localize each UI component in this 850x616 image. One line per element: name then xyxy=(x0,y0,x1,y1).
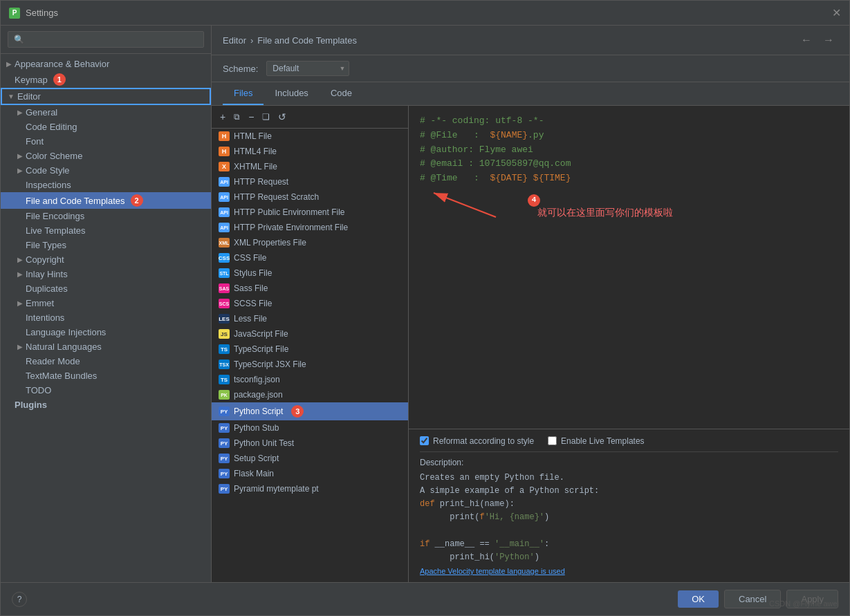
list-item[interactable]: H HTML File xyxy=(212,129,408,144)
sidebar-item-label: Code Editing xyxy=(26,122,77,132)
sidebar-item-keymap[interactable]: Keymap 1 xyxy=(1,71,211,88)
list-item[interactable]: JS JavaScript File xyxy=(212,326,408,342)
titlebar-left: P Settings xyxy=(9,8,58,19)
sidebar-item-inspections[interactable]: Inspections xyxy=(1,178,211,192)
sidebar-item-natural-languages[interactable]: ▶ Natural Languages xyxy=(1,339,211,354)
sidebar-item-editor[interactable]: ▼ Editor xyxy=(1,88,211,105)
sidebar-item-live-templates[interactable]: Live Templates xyxy=(1,223,211,238)
sidebar-item-todo[interactable]: TODO xyxy=(1,383,211,398)
scheme-selector[interactable]: Default Project xyxy=(266,61,349,76)
string-val: 'Hi, {name}' xyxy=(485,512,544,522)
remove-template-button[interactable]: − xyxy=(246,110,257,124)
sidebar-item-duplicates[interactable]: Duplicates xyxy=(1,281,211,296)
titlebar: P Settings ✕ xyxy=(1,1,849,26)
list-item[interactable]: X XHTML File xyxy=(212,159,408,174)
add-template-button[interactable]: + xyxy=(217,110,228,124)
badge-1: 1 xyxy=(53,73,66,86)
sidebar-item-code-style[interactable]: ▶ Code Style xyxy=(1,163,211,178)
file-item-label: package.json xyxy=(234,390,283,400)
file-item-label: HTTP Request xyxy=(234,177,288,187)
list-item[interactable]: SAS Sass File xyxy=(212,281,408,296)
close-icon[interactable]: ✕ xyxy=(832,6,841,19)
list-item[interactable]: STL Stylus File xyxy=(212,265,408,281)
list-item[interactable]: CSS CSS File xyxy=(212,250,408,265)
sidebar-item-label: Duplicates xyxy=(26,283,68,294)
reformat-checkbox-label[interactable]: Reformat according to style xyxy=(420,436,534,446)
expand-icon: ▶ xyxy=(6,60,12,68)
live-templates-label: Enable Live Templates xyxy=(561,436,645,446)
list-item-python-script[interactable]: PY Python Script 3 xyxy=(212,402,408,420)
string-python: 'Python' xyxy=(495,552,535,562)
file-icon: SCS xyxy=(219,299,230,308)
help-button[interactable]: ? xyxy=(12,592,27,607)
tab-includes[interactable]: Includes xyxy=(264,82,319,105)
sidebar-item-language-injections[interactable]: Language Injections xyxy=(1,325,211,339)
sidebar-item-intentions[interactable]: Intentions xyxy=(1,310,211,325)
file-icon: LES xyxy=(219,314,230,324)
file-item-label: HTML4 File xyxy=(234,147,277,156)
duplicate-template-button[interactable]: ❏ xyxy=(259,111,272,123)
file-icon: TS xyxy=(219,344,230,354)
list-item[interactable]: PK package.json xyxy=(212,387,408,402)
list-item[interactable]: PY Python Unit Test xyxy=(212,436,408,451)
sidebar-item-code-editing[interactable]: Code Editing xyxy=(1,120,211,134)
file-list: H HTML File H HTML4 File X XHTML File xyxy=(212,129,408,582)
file-item-label: Python Script xyxy=(234,407,283,416)
file-panel: + ⧉ − ❏ ↺ H HTML File H HTML4 File xyxy=(212,106,409,582)
sidebar-item-label: Code Style xyxy=(26,165,70,176)
list-item[interactable]: TSX TypeScript JSX File xyxy=(212,357,408,372)
sidebar-item-textmate-bundles[interactable]: TextMate Bundles xyxy=(1,368,211,383)
sidebar-item-emmet[interactable]: ▶ Emmet xyxy=(1,296,211,310)
list-item[interactable]: API HTTP Public Environment File xyxy=(212,205,408,220)
list-item[interactable]: SCS SCSS File xyxy=(212,296,408,311)
list-item[interactable]: TS tsconfig.json xyxy=(212,372,408,387)
sidebar-item-file-encodings[interactable]: File Encodings xyxy=(1,209,211,223)
code-editor[interactable]: # -*- coding: utf-8 -*- # @File : ${NAME… xyxy=(409,106,849,429)
checkbox-row: Reformat according to style Enable Live … xyxy=(420,436,838,446)
ok-button[interactable]: OK xyxy=(678,590,719,608)
sidebar-item-copyright[interactable]: ▶ Copyright xyxy=(1,252,211,267)
sidebar-item-label: Color Scheme xyxy=(26,151,82,161)
sidebar-item-appearance[interactable]: ▶ Appearance & Behavior xyxy=(1,57,211,71)
list-item[interactable]: API HTTP Request xyxy=(212,174,408,189)
live-templates-checkbox-label[interactable]: Enable Live Templates xyxy=(548,436,645,446)
editor-panel: # -*- coding: utf-8 -*- # @File : ${NAME… xyxy=(409,106,849,582)
list-item[interactable]: LES Less File xyxy=(212,311,408,326)
copy-template-button[interactable]: ⧉ xyxy=(231,111,243,123)
reformat-checkbox[interactable] xyxy=(420,436,429,445)
code-comment: .py xyxy=(528,130,544,140)
scheme-select[interactable]: Default Project xyxy=(266,61,349,76)
list-item[interactable]: PY Pyramid mytemplate pt xyxy=(212,481,408,496)
badge-4-container: 4 xyxy=(524,193,540,207)
list-item[interactable]: API HTTP Request Scratch xyxy=(212,189,408,205)
velocity-link[interactable]: Apache Velocity template language is use… xyxy=(420,567,565,575)
nav-forward-button[interactable]: → xyxy=(819,32,838,48)
keyword-def: def xyxy=(420,499,440,509)
list-item[interactable]: API HTTP Private Environment File xyxy=(212,220,408,235)
list-item[interactable]: XML XML Properties File xyxy=(212,235,408,250)
live-templates-checkbox[interactable] xyxy=(548,436,557,445)
list-item[interactable]: PY Setup Script xyxy=(212,451,408,466)
list-item[interactable]: PY Python Stub xyxy=(212,420,408,436)
file-icon: CSS xyxy=(219,253,230,263)
file-icon: TS xyxy=(219,375,230,384)
sidebar-item-color-scheme[interactable]: ▶ Color Scheme xyxy=(1,149,211,163)
sidebar-item-font[interactable]: Font xyxy=(1,134,211,149)
sidebar-item-file-types[interactable]: File Types xyxy=(1,238,211,252)
list-item[interactable]: PY Flask Main xyxy=(212,466,408,481)
sidebar-item-reader-mode[interactable]: Reader Mode xyxy=(1,354,211,368)
search-input[interactable] xyxy=(8,31,204,48)
sidebar-item-label: Editor xyxy=(17,91,41,102)
nav-back-button[interactable]: ← xyxy=(797,32,816,48)
sidebar-item-inlay-hints[interactable]: ▶ Inlay Hints xyxy=(1,267,211,281)
tab-code[interactable]: Code xyxy=(320,82,363,105)
sidebar-item-label: Live Templates xyxy=(26,225,85,236)
sidebar-item-file-code-templates[interactable]: File and Code Templates 2 xyxy=(1,192,211,209)
file-icon: PY xyxy=(219,438,230,448)
list-item[interactable]: TS TypeScript File xyxy=(212,342,408,357)
list-item[interactable]: H HTML4 File xyxy=(212,144,408,159)
tab-files[interactable]: Files xyxy=(223,82,264,105)
reset-template-button[interactable]: ↺ xyxy=(275,110,289,124)
sidebar-item-general[interactable]: ▶ General xyxy=(1,105,211,120)
sidebar-item-plugins[interactable]: Plugins xyxy=(1,398,211,412)
